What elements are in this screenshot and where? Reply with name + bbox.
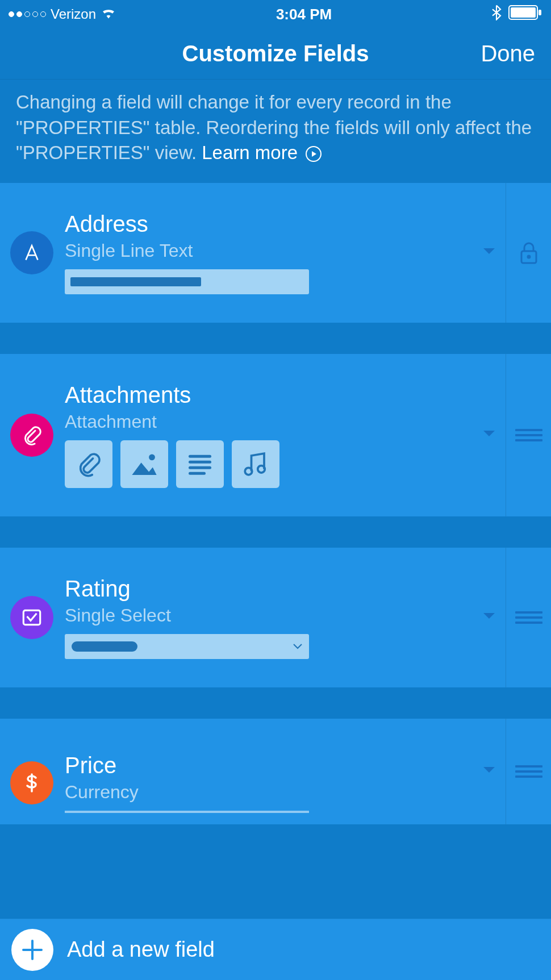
field-name: Attachments [65,382,494,408]
text-preview [65,269,309,294]
chevron-down-icon[interactable] [483,248,495,258]
image-icon [120,440,168,488]
svg-rect-13 [23,610,40,624]
fields-list: Address Single Line Text Attachments Att… [0,183,551,824]
bluetooth-icon [491,5,502,24]
svg-point-11 [245,468,252,475]
learn-more-link[interactable]: Learn more [202,142,322,163]
page-title: Customize Fields [182,41,369,66]
field-name: Price [65,753,494,778]
svg-point-12 [258,465,265,473]
file-paperclip-icon [65,440,112,488]
done-button[interactable]: Done [481,41,535,66]
field-type: Attachment [65,411,494,432]
field-name: Rating [65,576,494,602]
field-type: Single Select [65,605,494,626]
plus-icon [11,929,53,971]
field-row-rating[interactable]: Rating Single Select [0,548,551,687]
select-check-icon [10,596,53,639]
svg-rect-2 [539,10,541,15]
chevron-down-icon[interactable] [483,766,495,777]
attachment-preview [65,440,494,488]
play-circle-icon [305,145,322,162]
chevron-down-icon[interactable] [483,612,495,623]
drag-handle-icon[interactable] [506,548,551,687]
status-time: 3:04 PM [276,6,332,23]
drag-handle-icon[interactable] [506,354,551,516]
status-bar: Verizon 3:04 PM [0,0,551,28]
nav-header: Customize Fields Done [0,28,551,80]
svg-point-5 [528,256,530,258]
add-field-button[interactable]: Add a new field [0,919,551,980]
signal-strength-icon [9,11,46,17]
wifi-icon [101,6,116,22]
field-row-address[interactable]: Address Single Line Text [0,183,551,323]
info-banner: Changing a field will change it for ever… [0,80,551,183]
field-row-attachments[interactable]: Attachments Attachment [0,354,551,516]
document-icon [176,440,224,488]
chevron-down-icon [293,644,302,649]
svg-point-6 [149,454,155,460]
field-type: Single Line Text [65,240,494,261]
drag-handle-icon[interactable] [506,719,551,824]
status-right [491,5,542,24]
field-name: Address [65,211,494,237]
field-row-price[interactable]: Price Currency [0,719,551,824]
paperclip-icon [10,414,53,457]
battery-icon [508,5,542,23]
status-left: Verizon [9,6,116,22]
carrier-label: Verizon [51,6,96,22]
select-preview [65,634,309,659]
lock-icon [506,183,551,323]
add-field-label: Add a new field [67,937,215,962]
text-a-icon [10,231,53,274]
currency-preview [65,811,309,813]
dollar-icon [10,761,53,804]
field-type: Currency [65,782,494,803]
chevron-down-icon[interactable] [483,430,495,440]
music-icon [232,440,279,488]
svg-rect-1 [511,7,536,18]
